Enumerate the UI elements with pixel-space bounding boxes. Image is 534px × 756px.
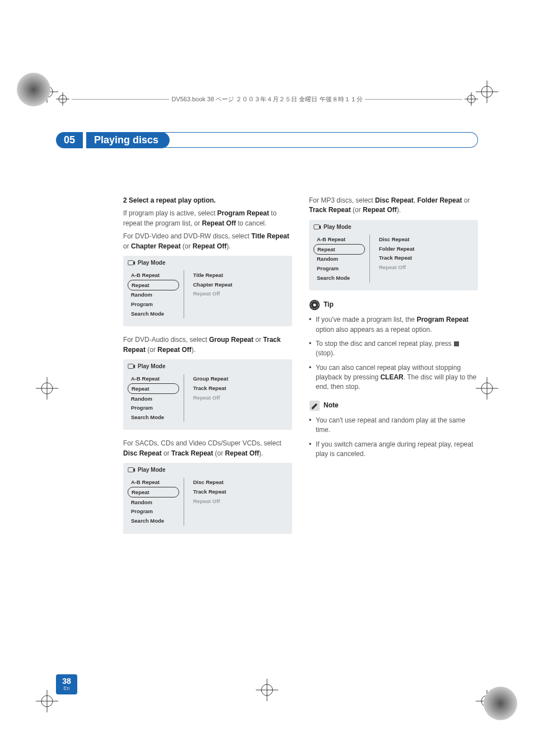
stop-icon [454, 341, 459, 346]
tip-item: To stop the disc and cancel repeat play,… [309, 339, 478, 359]
playmode-icon [128, 466, 135, 474]
body-text: For SACDs, CDs and Video CDs/Super VCDs,… [123, 439, 292, 458]
body-text: For DVD-Video and DVD-RW discs, select T… [123, 232, 292, 251]
document-header: DV563.book 38 ページ ２００３年４月２５日 金曜日 午後８時１１分 [56, 92, 478, 106]
body-text: For MP3 discs, select Disc Repeat, Folde… [309, 196, 478, 215]
header-text: DV563.book 38 ページ ２００３年４月２５日 金曜日 午後８時１１分 [171, 95, 362, 104]
registration-mark [254, 677, 280, 706]
tip-item: If you've made a program list, the Progr… [309, 315, 478, 335]
tip-item: You can also cancel repeat play without … [309, 363, 478, 392]
svg-rect-30 [128, 364, 134, 369]
svg-rect-29 [128, 261, 134, 265]
note-icon [309, 400, 320, 411]
page-number-badge: 38 En [56, 674, 77, 694]
left-column: 2 Select a repeat play option. If progra… [123, 196, 292, 543]
playmode-icon [128, 363, 135, 370]
svg-point-35 [313, 304, 316, 307]
chapter-header: 05 Playing discs [56, 131, 478, 149]
svg-rect-31 [128, 468, 134, 472]
play-mode-panel: Play Mode A-B Repeat Repeat Random Progr… [123, 256, 292, 326]
registration-mark [34, 375, 60, 404]
body-text: If program play is active, select Progra… [123, 209, 292, 228]
page-number: 38 [62, 677, 71, 685]
note-item: You can't use repeat and random play at … [309, 416, 478, 435]
svg-point-22 [484, 687, 517, 720]
play-mode-panel: Play Mode A-B Repeat Repeat Random Progr… [123, 463, 292, 533]
step-heading: 2 Select a repeat play option. [123, 196, 216, 204]
page-lang: En [56, 685, 77, 691]
playmode-icon [313, 223, 321, 231]
play-mode-panel: Play Mode A-B Repeat Repeat Random Progr… [123, 359, 292, 430]
chapter-number: 05 [56, 132, 83, 148]
svg-rect-32 [314, 225, 320, 229]
svg-point-21 [17, 73, 50, 106]
note-heading: Note [309, 400, 478, 411]
note-item: If you switch camera angle during repeat… [309, 440, 478, 459]
ring-mark [481, 684, 520, 725]
body-text: For DVD-Audio discs, select Group Repeat… [123, 335, 292, 355]
ring-mark [14, 70, 53, 111]
right-column: For MP3 discs, select Disc Repeat, Folde… [309, 196, 478, 543]
play-mode-panel: Play Mode A-B Repeat Repeat Random Progr… [309, 220, 478, 290]
tip-heading: Tip [309, 299, 478, 311]
chapter-outline [160, 132, 478, 148]
tip-icon [309, 299, 320, 311]
playmode-icon [128, 259, 135, 267]
chapter-title: Playing discs [86, 132, 170, 148]
